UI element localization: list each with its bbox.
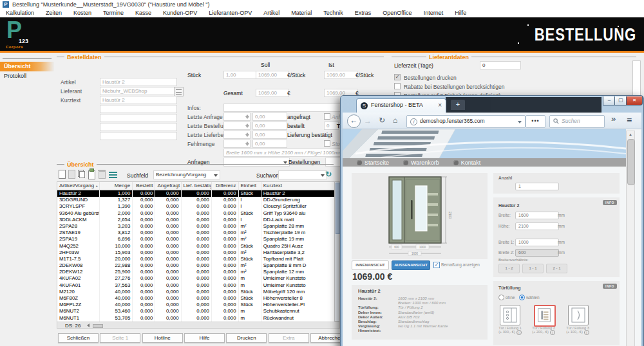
letzte-bestellung-value[interactable]: 0,00 (252, 122, 287, 130)
paste-icon[interactable] (88, 170, 95, 178)
fuellung-1-info-icon[interactable]: i (516, 330, 522, 335)
innenansicht-button[interactable]: INNENANSICHT (352, 260, 389, 270)
right-panel-scrollbar[interactable] (632, 60, 641, 96)
menu-item-termine[interactable]: Termine (97, 9, 129, 17)
fuellung-option-2[interactable] (534, 305, 556, 327)
column-header-6[interactable]: Einheit (239, 182, 261, 190)
tab-close-icon[interactable]: × (438, 102, 442, 109)
footer-button-schließen[interactable]: Schließen (58, 333, 99, 343)
table-row[interactable]: 3DDLACKM2,6540,0000,0000,0000,000lDD-Lac… (57, 217, 335, 223)
back-button[interactable]: ← (347, 114, 361, 128)
menu-item-openoffice[interactable]: OpenOffice (377, 9, 417, 17)
radio-ohne[interactable] (498, 295, 504, 300)
footer-button-extra[interactable]: Extra (269, 333, 309, 343)
aussenansicht-button[interactable]: AUSSENANSICHT (392, 260, 430, 270)
table-row[interactable]: 4KUFA0227,2760,0000,0000,0000,000mUmleim… (57, 275, 335, 282)
menu-item-technik[interactable]: Technik (317, 9, 349, 17)
bemassung-checkbox[interactable]: ✓ (433, 262, 440, 268)
table-row[interactable]: 2SPA283,2030,0000,0000,0000,000m²Spanpla… (57, 223, 335, 230)
fuellung-option-1[interactable] (500, 305, 520, 325)
angefragt-checkbox[interactable] (324, 113, 330, 120)
letzte-anfrage-spinner[interactable] (223, 113, 251, 121)
column-header-7[interactable]: Kurztext (261, 182, 335, 190)
suchwort-dropdown[interactable] (278, 170, 327, 179)
menu-item-kosten[interactable]: Kosten (68, 9, 97, 17)
column-header-5[interactable]: Differenz (212, 182, 239, 190)
menu-item-kasse[interactable]: Kasse (129, 9, 157, 17)
extra-field-4[interactable] (100, 132, 177, 140)
extra-field-2[interactable] (100, 114, 177, 122)
sidebar-item-übersicht[interactable]: Übersicht (0, 62, 54, 71)
close-button[interactable]: × (626, 96, 643, 105)
radio-waehlen[interactable] (519, 295, 525, 300)
breite-input[interactable]: 1600 (515, 212, 559, 219)
maximize-button[interactable]: ▢ (614, 96, 627, 105)
url-dropdown-icon[interactable] (518, 121, 522, 123)
table-row[interactable]: 2STAE193,8120,0000,0000,0000,000m²Tischl… (57, 230, 335, 236)
letzte-anfrage-value[interactable]: 0,00 (252, 113, 287, 121)
info-badge-fuellung[interactable]: INFO (603, 284, 617, 289)
table-row[interactable]: 3DDGRUND1,3270,0000,0000,0000,000lDD-Gru… (57, 197, 335, 203)
page-actions-icon[interactable]: ••• (526, 115, 545, 128)
table-row[interactable]: 2DEKW0822,9880,0000,0000,0000,000m²Spanp… (57, 262, 335, 269)
column-header-1[interactable]: Menge (100, 182, 133, 190)
preis-ist-field[interactable]: 1069,00 (324, 71, 357, 79)
table-row[interactable]: M1T1-7.520,0000,0000,0000,0000,000StückT… (57, 256, 335, 262)
column-header-3[interactable]: Angefragt (155, 182, 181, 190)
menu-item-internet[interactable]: Internet (418, 9, 450, 17)
column-header-4[interactable]: Lief. bestätigt (182, 182, 212, 190)
letzte-lieferbest-value[interactable]: 0,00 (252, 131, 287, 139)
extra-field-1[interactable] (100, 105, 177, 113)
scroll-thumb[interactable] (627, 139, 635, 185)
table-row[interactable]: M212040,0000,0000,0000,0000,000StückMöbe… (57, 289, 335, 295)
browser-scrollbar[interactable]: ▲ ▼ (626, 131, 635, 346)
refresh-icon[interactable]: ↻ (325, 170, 332, 179)
preis-soll-field[interactable]: 1069,00 (256, 71, 289, 79)
menu-item-material[interactable]: Material (285, 9, 317, 17)
footer-button-seite-1[interactable]: Seite 1 (100, 333, 140, 343)
list-icon[interactable] (109, 170, 117, 179)
overflow-chevrons-icon[interactable]: » (611, 114, 616, 123)
artikel-field[interactable]: Haustür 2 (100, 78, 177, 86)
footer-button-hilfe[interactable]: Hilfe (184, 333, 225, 343)
letzte-lieferbest-spinner[interactable] (223, 131, 251, 139)
new-icon[interactable] (58, 170, 66, 178)
menu-item-lieferanten-opv[interactable]: Lieferanten-OPV (203, 9, 258, 17)
table-vscrollbar[interactable] (334, 181, 340, 322)
storno-checkbox[interactable] (324, 140, 330, 147)
table-row[interactable]: 4KUFA0137,5630,0000,0000,0000,000mUmleim… (57, 282, 335, 289)
gesamt-soll-field[interactable]: 1069,00 (256, 89, 289, 97)
sidebar-item-protokoll[interactable]: Protokoll (0, 71, 54, 81)
address-bar[interactable]: i demoshop.fenster365.com (406, 115, 526, 128)
table-row[interactable]: M4Q25210,0000,0000,0000,0000,000StückQua… (57, 243, 335, 250)
table-row[interactable]: M6FPL2Z40,0000,0000,0000,0000,000StückHö… (57, 302, 335, 308)
footer-button-drucken[interactable]: Drucken (226, 333, 267, 343)
forward-icon[interactable]: → (364, 116, 372, 125)
table-row[interactable]: M6NUT253,4600,0000,0000,0000,000mSchubka… (57, 308, 335, 314)
column-header-0[interactable]: Artikel/Vorgang ▲ (57, 182, 100, 190)
footer-button-hotline[interactable]: Hotline (142, 333, 183, 343)
table-row[interactable]: M6NUT153,7050,0000,0000,0000,000mRückwan… (57, 315, 335, 322)
reload-icon[interactable]: ↻ (379, 116, 385, 125)
home-icon[interactable]: ⌂ (393, 116, 397, 125)
shop-nav-startseite[interactable]: Startseite (357, 158, 389, 167)
site-info-icon[interactable]: i (410, 118, 417, 125)
menu-item-zeiten[interactable]: Zeiten (40, 9, 68, 17)
table-row[interactable]: 2HF03W15,9030,0000,0000,0000,000m²Hartfa… (57, 250, 335, 256)
suchfeld-dropdown[interactable]: Bezeichnung/Vorgang (153, 170, 220, 179)
hoehe-input[interactable]: 2100 (515, 223, 559, 230)
table-row[interactable]: Haustür 21,0000,0000,0000,0000,000StückH… (57, 190, 335, 197)
verhaeltnis-button-1[interactable]: 1 - 1 (522, 264, 544, 273)
minimize-button[interactable]: – (603, 96, 616, 105)
copy-icon[interactable] (77, 170, 85, 178)
menu-item-extras[interactable]: Extras (349, 9, 377, 17)
verhaeltnis-button-0[interactable]: 1 - 2 (498, 264, 520, 273)
table-row[interactable]: 93640 Alu gebürstet2,0000,0000,0000,0000… (57, 210, 335, 217)
hscroll-thumb[interactable] (93, 324, 103, 328)
menu-item-kunden-opv[interactable]: Kunden-OPV (157, 9, 203, 17)
url-text[interactable]: demoshop.fenster365.com (420, 118, 485, 124)
table-row[interactable]: M6F80Z40,0000,0000,0000,0000,000StückHöh… (57, 295, 335, 302)
table-row[interactable]: 2DEKW1225,9000,0000,0000,0000,000m²Spanp… (57, 269, 335, 275)
info-badge-dimensions[interactable]: INFO (603, 200, 617, 205)
anfragen-dropdown[interactable] (223, 158, 290, 167)
